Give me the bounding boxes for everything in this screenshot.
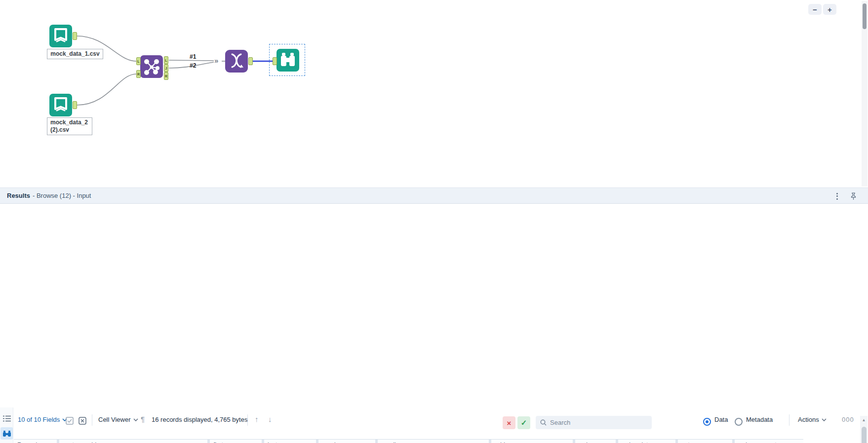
join-output-join-anchor[interactable]: J: [164, 64, 168, 72]
actions-dropdown[interactable]: Actions: [798, 416, 827, 423]
results-panel-header: Results - Browse (12) - Input: [0, 187, 868, 204]
input1-output-anchor[interactable]: [73, 32, 77, 40]
cell-viewer-label: Cell Viewer: [98, 416, 131, 423]
join-output-right-anchor[interactable]: R: [164, 72, 168, 80]
connection-label-1[interactable]: #1: [190, 53, 196, 60]
results-title: Results: [7, 192, 30, 199]
search-icon: [540, 419, 547, 426]
zoom-out-button[interactable]: −: [808, 4, 822, 15]
chevron-down-icon: [822, 418, 827, 421]
input2-output-anchor[interactable]: [73, 101, 77, 109]
scroll-up-arrow[interactable]: ▲: [860, 417, 868, 424]
input-data-tool-1[interactable]: [49, 25, 72, 47]
paragraph-marks-icon[interactable]: ¶: [141, 415, 145, 423]
browse-input-anchor[interactable]: [273, 57, 277, 65]
select-fields-checkbox-icon[interactable]: [66, 417, 74, 425]
column-header-order_date[interactable]: order_date: [618, 440, 675, 443]
column-header-order[interactable]: order: [575, 440, 616, 443]
results-left-strip: ?: [0, 407, 13, 443]
connection-join-union-1[interactable]: [169, 60, 214, 61]
input-data-tool-2[interactable]: [49, 94, 72, 116]
actions-label: Actions: [798, 416, 819, 423]
column-header-customer_id[interactable]: customer_id: [59, 440, 207, 443]
metadata-radio[interactable]: [735, 418, 743, 426]
join-input-right-anchor[interactable]: R: [136, 70, 141, 78]
records-info: 16 records displayed, 4,765 bytes: [152, 416, 247, 423]
results-panel-body: ? 10 of 10 Fields Cell Viewer ¶ 16 recor…: [0, 204, 868, 443]
row-counter: 000: [842, 416, 854, 423]
data-radio[interactable]: [703, 418, 711, 426]
pin-icon[interactable]: [850, 192, 857, 200]
workflow-canvas[interactable]: − + #1 #2 » mock_data_1.csv: [0, 0, 868, 187]
fields-selector-label: 10 of 10 Fields: [18, 416, 60, 423]
connection-input2-join[interactable]: [77, 74, 136, 105]
alteryx-designer-window: − + #1 #2 » mock_data_1.csv: [0, 0, 868, 443]
join-output-left-anchor[interactable]: L: [164, 56, 168, 64]
union-icon: [225, 50, 248, 73]
union-tool[interactable]: [225, 50, 248, 73]
chevron-down-icon: [133, 418, 138, 421]
cancel-icon[interactable]: ×: [503, 416, 515, 429]
column-header-record[interactable]: Record: [14, 440, 57, 443]
join-input-left-anchor[interactable]: L: [136, 57, 141, 65]
connection-wires: [0, 0, 868, 187]
table-header-row: Recordcustomer_idfirst_namelast_namegend…: [14, 440, 803, 443]
union-output-anchor[interactable]: [248, 57, 253, 65]
input-data-icon: [49, 94, 72, 116]
data-radio-label[interactable]: Data: [714, 416, 728, 423]
toolbar-divider: [92, 414, 92, 426]
column-header-email[interactable]: email: [378, 440, 489, 443]
vertical-scroll-thumb[interactable]: [862, 427, 867, 443]
canvas-scroll-thumb[interactable]: [863, 3, 867, 29]
search-box[interactable]: [536, 416, 652, 429]
canvas-vertical-scrollbar[interactable]: [862, 1, 868, 186]
search-input[interactable]: [550, 419, 639, 426]
input-data-icon: [49, 25, 72, 47]
results-vertical-scrollbar[interactable]: ▲ ▼: [860, 416, 868, 443]
fields-selector[interactable]: 10 of 10 Fields: [18, 416, 67, 423]
column-header-address[interactable]: address: [491, 440, 573, 443]
column-header-category[interactable]: category: [678, 440, 732, 443]
apply-icon[interactable]: ✓: [517, 416, 530, 429]
column-header-order_amount[interactable]: order_amount: [735, 440, 803, 443]
browse-tool[interactable]: [276, 49, 299, 72]
column-header-gender[interactable]: gender: [318, 440, 375, 443]
results-data-grid: Recordcustomer_idfirst_namelast_namegend…: [14, 439, 803, 443]
metadata-radio-label[interactable]: Metadata: [746, 416, 773, 423]
connection-label-2[interactable]: #2: [190, 62, 196, 69]
results-menu-icon[interactable]: [835, 192, 839, 201]
canvas-zoom-controls: − +: [808, 4, 836, 15]
input1-label[interactable]: mock_data_1.csv: [47, 49, 103, 59]
zoom-in-button[interactable]: +: [823, 4, 836, 15]
list-view-icon[interactable]: [0, 412, 13, 425]
column-header-first_name[interactable]: first_name: [210, 440, 262, 443]
cell-viewer-dropdown[interactable]: Cell Viewer: [98, 416, 138, 423]
arrow-down-icon[interactable]: ↓: [268, 415, 272, 423]
arrow-up-icon[interactable]: ↑: [255, 415, 259, 423]
toolbar-divider: [247, 414, 248, 426]
browse-binoculars-icon: [276, 49, 299, 72]
input2-label[interactable]: mock_data_2 (2).csv: [47, 117, 92, 135]
union-multi-input-marker: »: [214, 56, 217, 65]
browse-profile-icon[interactable]: [0, 427, 13, 440]
results-subtitle: - Browse (12) - Input: [33, 192, 91, 199]
join-icon: [140, 55, 163, 78]
join-tool[interactable]: [140, 55, 163, 78]
toolbar-divider: [789, 414, 789, 426]
deselect-fields-icon[interactable]: [79, 417, 86, 425]
column-header-last_name[interactable]: last_name: [264, 440, 316, 443]
